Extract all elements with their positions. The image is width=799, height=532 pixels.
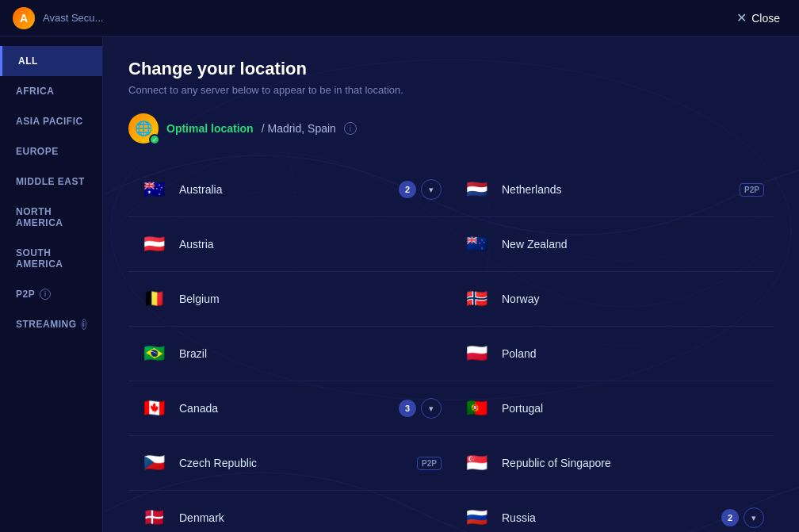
sidebar-item-all[interactable]: ALL (0, 46, 102, 76)
titlebar: A Avast Secu... ✕ Close (0, 0, 799, 36)
country-item[interactable]: 🇧🇪Belgium (128, 272, 451, 327)
app-logo: A (13, 7, 35, 29)
server-count-badge: 2 (721, 509, 739, 526)
country-actions: P2P (417, 457, 442, 470)
optimal-location-text: / Madrid, Spain (262, 122, 336, 135)
main-layout: ALLAFRICAASIA PACIFICEUROPEMIDDLE EASTNO… (0, 36, 799, 532)
page-title: Change your location (128, 59, 774, 79)
country-item[interactable]: 🇵🇱Poland (451, 327, 774, 381)
country-name: Australia (179, 183, 389, 196)
sidebar-item-africa[interactable]: AFRICA (0, 76, 102, 106)
country-name: Belgium (179, 293, 432, 305)
country-item[interactable]: 🇳🇴Norway (451, 272, 774, 327)
optimal-location-row[interactable]: 🌐 ✓ Optimal location / Madrid, Spain i (128, 113, 774, 144)
country-flag: 🇨🇿 (138, 447, 170, 479)
country-flag: 🇨🇦 (138, 392, 170, 424)
country-name: Russia (502, 511, 712, 524)
country-name: Republic of Singapore (502, 457, 755, 469)
country-item[interactable]: 🇵🇹Portugal (451, 381, 774, 436)
country-item[interactable]: 🇷🇺Russia2▾ (451, 491, 774, 532)
optimal-location-icon: 🌐 ✓ (128, 113, 159, 144)
sidebar: ALLAFRICAASIA PACIFICEUROPEMIDDLE EASTNO… (0, 36, 103, 532)
country-flag: 🇵🇹 (461, 392, 492, 424)
country-flag: 🇵🇱 (461, 338, 492, 369)
sidebar-item-asia-pacific[interactable]: ASIA PACIFIC (0, 106, 102, 136)
expand-chevron-button[interactable]: ▾ (421, 398, 442, 419)
optimal-label: Optimal location (166, 122, 254, 135)
app-name: Avast Secu... (43, 12, 722, 24)
country-item[interactable]: 🇧🇷Brazil (128, 327, 451, 381)
country-item[interactable]: 🇩🇰Denmark (128, 491, 451, 532)
optimal-check-badge: ✓ (149, 134, 160, 145)
country-name: Poland (502, 347, 755, 360)
country-name: Portugal (502, 402, 755, 415)
country-name: Netherlands (502, 183, 730, 196)
country-item[interactable]: 🇨🇿Czech RepublicP2P (128, 436, 451, 491)
country-flag: 🇳🇱 (461, 174, 492, 205)
country-flag: 🇩🇰 (138, 502, 170, 532)
country-item[interactable]: 🇦🇺Australia2▾ (128, 163, 451, 217)
close-label: Close (751, 12, 780, 25)
expand-chevron-button[interactable]: ▾ (744, 507, 764, 528)
page-subtitle: Connect to any server below to appear to… (128, 84, 774, 96)
country-name: Brazil (179, 347, 432, 360)
country-item[interactable]: 🇨🇦Canada3▾ (128, 381, 451, 436)
country-flag: 🇷🇺 (461, 502, 492, 532)
server-count-badge: 2 (399, 181, 416, 198)
country-flag: 🇸🇬 (461, 447, 492, 479)
country-flag: 🇳🇴 (461, 283, 492, 315)
country-flag: 🇳🇿 (461, 228, 492, 260)
country-name: Canada (179, 402, 389, 415)
close-x-icon: ✕ (736, 10, 747, 25)
country-flag: 🇧🇪 (138, 283, 170, 315)
expand-chevron-button[interactable]: ▾ (421, 179, 442, 200)
country-flag: 🇦🇺 (138, 174, 170, 205)
country-actions: 2▾ (721, 507, 764, 528)
close-button[interactable]: ✕ Close (730, 7, 786, 29)
p2p-badge: P2P (417, 457, 442, 470)
country-name: Austria (179, 238, 432, 251)
sidebar-item-p2p[interactable]: P2Pi (0, 279, 102, 309)
country-actions: 3▾ (399, 398, 442, 419)
country-actions: P2P (740, 183, 764, 197)
country-name: Denmark (179, 511, 432, 524)
country-flag: 🇧🇷 (138, 338, 170, 369)
streaming-info-icon[interactable]: i (82, 319, 87, 330)
content-area: Change your location Connect to any serv… (103, 36, 799, 532)
country-item[interactable]: 🇸🇬Republic of Singapore (451, 436, 774, 491)
optimal-info-icon[interactable]: i (344, 122, 357, 135)
country-actions: 2▾ (399, 179, 442, 200)
server-count-badge: 3 (399, 400, 416, 417)
country-grid: 🇦🇺Australia2▾🇦🇹Austria🇧🇪Belgium🇧🇷Brazil🇨… (128, 163, 774, 532)
sidebar-item-north-america[interactable]: NORTH AMERICA (0, 197, 102, 238)
sidebar-item-europe[interactable]: EUROPE (0, 136, 102, 166)
country-flag: 🇦🇹 (138, 228, 170, 260)
sidebar-item-south-america[interactable]: SOUTH AMERICA (0, 238, 102, 279)
country-name: Czech Republic (179, 457, 407, 469)
country-item[interactable]: 🇦🇹Austria (128, 217, 451, 272)
country-name: Norway (502, 293, 755, 305)
p2p-badge: P2P (740, 183, 764, 197)
country-name: New Zealand (502, 238, 755, 251)
p2p-info-icon[interactable]: i (40, 289, 51, 300)
country-item[interactable]: 🇳🇿New Zealand (451, 217, 774, 272)
country-item[interactable]: 🇳🇱NetherlandsP2P (451, 163, 774, 217)
sidebar-item-middle-east[interactable]: MIDDLE EAST (0, 166, 102, 197)
sidebar-item-streaming[interactable]: STREAMINGi (0, 309, 102, 339)
